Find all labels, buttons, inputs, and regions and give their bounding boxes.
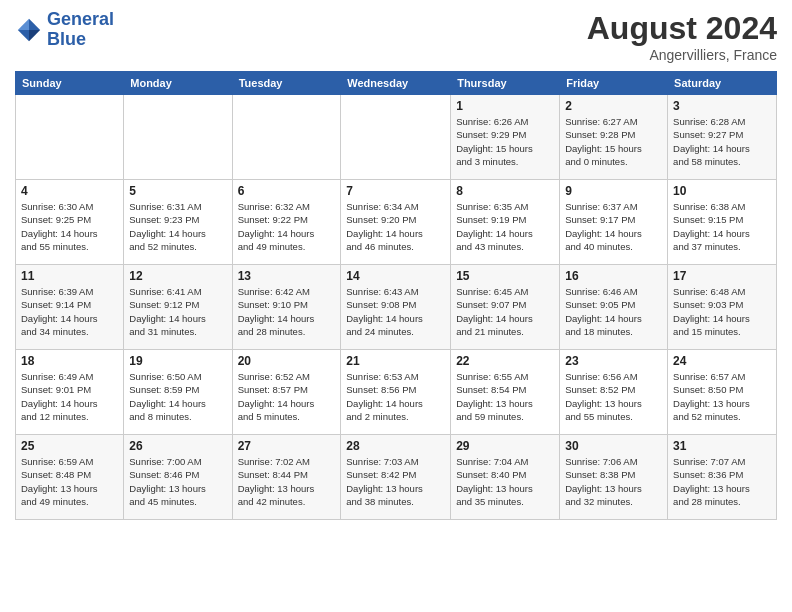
logo-icon — [15, 16, 43, 44]
day-info: Sunrise: 6:53 AM Sunset: 8:56 PM Dayligh… — [346, 370, 445, 423]
day-info: Sunrise: 6:28 AM Sunset: 9:27 PM Dayligh… — [673, 115, 771, 168]
week-row-3: 11Sunrise: 6:39 AM Sunset: 9:14 PM Dayli… — [16, 265, 777, 350]
header-row: SundayMondayTuesdayWednesdayThursdayFrid… — [16, 72, 777, 95]
day-number: 9 — [565, 184, 662, 198]
day-number: 5 — [129, 184, 226, 198]
day-header-saturday: Saturday — [668, 72, 777, 95]
day-info: Sunrise: 7:00 AM Sunset: 8:46 PM Dayligh… — [129, 455, 226, 508]
week-row-2: 4Sunrise: 6:30 AM Sunset: 9:25 PM Daylig… — [16, 180, 777, 265]
day-cell: 4Sunrise: 6:30 AM Sunset: 9:25 PM Daylig… — [16, 180, 124, 265]
day-cell: 9Sunrise: 6:37 AM Sunset: 9:17 PM Daylig… — [560, 180, 668, 265]
day-info: Sunrise: 6:43 AM Sunset: 9:08 PM Dayligh… — [346, 285, 445, 338]
logo: General Blue — [15, 10, 114, 50]
week-row-5: 25Sunrise: 6:59 AM Sunset: 8:48 PM Dayli… — [16, 435, 777, 520]
day-info: Sunrise: 6:49 AM Sunset: 9:01 PM Dayligh… — [21, 370, 118, 423]
day-header-tuesday: Tuesday — [232, 72, 341, 95]
day-number: 16 — [565, 269, 662, 283]
day-cell: 27Sunrise: 7:02 AM Sunset: 8:44 PM Dayli… — [232, 435, 341, 520]
day-info: Sunrise: 6:38 AM Sunset: 9:15 PM Dayligh… — [673, 200, 771, 253]
day-info: Sunrise: 6:56 AM Sunset: 8:52 PM Dayligh… — [565, 370, 662, 423]
title-area: August 2024 Angervilliers, France — [587, 10, 777, 63]
day-info: Sunrise: 7:06 AM Sunset: 8:38 PM Dayligh… — [565, 455, 662, 508]
day-cell: 26Sunrise: 7:00 AM Sunset: 8:46 PM Dayli… — [124, 435, 232, 520]
day-number: 3 — [673, 99, 771, 113]
page-header: General Blue August 2024 Angervilliers, … — [15, 10, 777, 63]
day-header-wednesday: Wednesday — [341, 72, 451, 95]
day-number: 30 — [565, 439, 662, 453]
day-header-thursday: Thursday — [451, 72, 560, 95]
day-number: 22 — [456, 354, 554, 368]
day-number: 19 — [129, 354, 226, 368]
day-info: Sunrise: 7:03 AM Sunset: 8:42 PM Dayligh… — [346, 455, 445, 508]
day-info: Sunrise: 6:35 AM Sunset: 9:19 PM Dayligh… — [456, 200, 554, 253]
day-info: Sunrise: 7:02 AM Sunset: 8:44 PM Dayligh… — [238, 455, 336, 508]
day-info: Sunrise: 6:26 AM Sunset: 9:29 PM Dayligh… — [456, 115, 554, 168]
day-number: 28 — [346, 439, 445, 453]
day-cell: 19Sunrise: 6:50 AM Sunset: 8:59 PM Dayli… — [124, 350, 232, 435]
day-cell: 5Sunrise: 6:31 AM Sunset: 9:23 PM Daylig… — [124, 180, 232, 265]
day-number: 11 — [21, 269, 118, 283]
day-cell: 14Sunrise: 6:43 AM Sunset: 9:08 PM Dayli… — [341, 265, 451, 350]
day-info: Sunrise: 7:04 AM Sunset: 8:40 PM Dayligh… — [456, 455, 554, 508]
day-number: 6 — [238, 184, 336, 198]
day-info: Sunrise: 6:48 AM Sunset: 9:03 PM Dayligh… — [673, 285, 771, 338]
month-year: August 2024 — [587, 10, 777, 47]
day-number: 27 — [238, 439, 336, 453]
day-number: 24 — [673, 354, 771, 368]
day-number: 20 — [238, 354, 336, 368]
day-info: Sunrise: 6:57 AM Sunset: 8:50 PM Dayligh… — [673, 370, 771, 423]
day-number: 12 — [129, 269, 226, 283]
day-cell: 10Sunrise: 6:38 AM Sunset: 9:15 PM Dayli… — [668, 180, 777, 265]
day-info: Sunrise: 6:59 AM Sunset: 8:48 PM Dayligh… — [21, 455, 118, 508]
day-cell: 7Sunrise: 6:34 AM Sunset: 9:20 PM Daylig… — [341, 180, 451, 265]
day-info: Sunrise: 6:45 AM Sunset: 9:07 PM Dayligh… — [456, 285, 554, 338]
day-info: Sunrise: 6:32 AM Sunset: 9:22 PM Dayligh… — [238, 200, 336, 253]
day-cell — [341, 95, 451, 180]
day-cell — [124, 95, 232, 180]
day-cell — [16, 95, 124, 180]
day-number: 10 — [673, 184, 771, 198]
day-cell: 2Sunrise: 6:27 AM Sunset: 9:28 PM Daylig… — [560, 95, 668, 180]
week-row-4: 18Sunrise: 6:49 AM Sunset: 9:01 PM Dayli… — [16, 350, 777, 435]
day-cell: 17Sunrise: 6:48 AM Sunset: 9:03 PM Dayli… — [668, 265, 777, 350]
day-cell: 20Sunrise: 6:52 AM Sunset: 8:57 PM Dayli… — [232, 350, 341, 435]
day-info: Sunrise: 6:37 AM Sunset: 9:17 PM Dayligh… — [565, 200, 662, 253]
day-info: Sunrise: 6:52 AM Sunset: 8:57 PM Dayligh… — [238, 370, 336, 423]
calendar-table: SundayMondayTuesdayWednesdayThursdayFrid… — [15, 71, 777, 520]
day-number: 8 — [456, 184, 554, 198]
day-cell: 8Sunrise: 6:35 AM Sunset: 9:19 PM Daylig… — [451, 180, 560, 265]
day-number: 21 — [346, 354, 445, 368]
svg-marker-1 — [18, 19, 29, 30]
day-cell: 11Sunrise: 6:39 AM Sunset: 9:14 PM Dayli… — [16, 265, 124, 350]
svg-marker-3 — [29, 30, 40, 41]
day-cell: 3Sunrise: 6:28 AM Sunset: 9:27 PM Daylig… — [668, 95, 777, 180]
day-cell: 1Sunrise: 6:26 AM Sunset: 9:29 PM Daylig… — [451, 95, 560, 180]
day-info: Sunrise: 6:31 AM Sunset: 9:23 PM Dayligh… — [129, 200, 226, 253]
day-number: 31 — [673, 439, 771, 453]
day-info: Sunrise: 6:55 AM Sunset: 8:54 PM Dayligh… — [456, 370, 554, 423]
day-number: 18 — [21, 354, 118, 368]
day-cell: 13Sunrise: 6:42 AM Sunset: 9:10 PM Dayli… — [232, 265, 341, 350]
day-info: Sunrise: 6:50 AM Sunset: 8:59 PM Dayligh… — [129, 370, 226, 423]
day-info: Sunrise: 6:42 AM Sunset: 9:10 PM Dayligh… — [238, 285, 336, 338]
day-info: Sunrise: 6:34 AM Sunset: 9:20 PM Dayligh… — [346, 200, 445, 253]
day-number: 25 — [21, 439, 118, 453]
day-info: Sunrise: 6:46 AM Sunset: 9:05 PM Dayligh… — [565, 285, 662, 338]
day-cell: 31Sunrise: 7:07 AM Sunset: 8:36 PM Dayli… — [668, 435, 777, 520]
day-number: 17 — [673, 269, 771, 283]
day-info: Sunrise: 7:07 AM Sunset: 8:36 PM Dayligh… — [673, 455, 771, 508]
day-header-sunday: Sunday — [16, 72, 124, 95]
logo-text: General Blue — [47, 10, 114, 50]
day-cell: 24Sunrise: 6:57 AM Sunset: 8:50 PM Dayli… — [668, 350, 777, 435]
day-number: 4 — [21, 184, 118, 198]
day-cell: 22Sunrise: 6:55 AM Sunset: 8:54 PM Dayli… — [451, 350, 560, 435]
day-cell: 25Sunrise: 6:59 AM Sunset: 8:48 PM Dayli… — [16, 435, 124, 520]
day-number: 13 — [238, 269, 336, 283]
day-number: 15 — [456, 269, 554, 283]
day-cell: 16Sunrise: 6:46 AM Sunset: 9:05 PM Dayli… — [560, 265, 668, 350]
week-row-1: 1Sunrise: 6:26 AM Sunset: 9:29 PM Daylig… — [16, 95, 777, 180]
day-header-friday: Friday — [560, 72, 668, 95]
day-cell — [232, 95, 341, 180]
location: Angervilliers, France — [587, 47, 777, 63]
day-number: 23 — [565, 354, 662, 368]
